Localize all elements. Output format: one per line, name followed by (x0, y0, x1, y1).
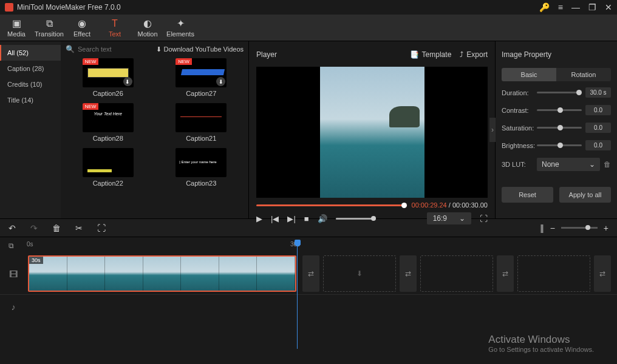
timeline: 🎞 30s ⇄ ⬇ ⇄ ⇄ ⇄ ♪ Activate Windows Go to… (0, 254, 617, 360)
maximize-button[interactable]: ❐ (588, 2, 596, 12)
search-input-wrap[interactable]: 🔍 (66, 45, 151, 53)
transition-drop-2[interactable]: ⇄ (400, 255, 417, 292)
tab-text[interactable]: TText (98, 15, 131, 41)
lut-select[interactable]: None⌄ (537, 158, 600, 171)
download-icon[interactable]: ⬇ (216, 77, 225, 86)
contrast-slider[interactable] (537, 109, 582, 111)
thumb-label: Caption23 (186, 180, 216, 187)
time-total: 00:00:30.00 (452, 201, 488, 209)
saturation-value[interactable]: 0.0 (585, 123, 611, 133)
text-thumb[interactable]: NEW⬇Caption26 (66, 58, 151, 97)
text-browser: All (52) Caption (28) Credits (10) Title… (0, 41, 249, 218)
cat-credits[interactable]: Credits (10) (0, 76, 61, 92)
thumb-label: Caption22 (93, 180, 123, 187)
timeline-ruler[interactable]: ⧉ 0s 30s (0, 237, 617, 254)
next-frame-button[interactable]: ▶| (287, 214, 295, 223)
video-clip[interactable]: 30s (28, 255, 296, 292)
transition-drop-3[interactable]: ⇄ (497, 255, 514, 292)
close-button[interactable]: ✕ (605, 2, 612, 12)
undo-button[interactable]: ↶ (9, 223, 16, 233)
main-toolbar: ▣Media ⧉Transition ◉Effect TText ◐Motion… (0, 15, 617, 41)
snap-icon[interactable]: ‖ (540, 223, 544, 233)
menu-icon[interactable]: ≡ (558, 2, 563, 12)
prop-tab-rotation[interactable]: Rotation (556, 68, 611, 81)
lut-label: 3D LUT: (502, 161, 533, 168)
play-button[interactable]: ▶ (256, 214, 262, 223)
tab-motion[interactable]: ◐Motion (131, 15, 164, 41)
audio-track-icon: ♪ (6, 302, 21, 312)
zoom-out-button[interactable]: − (550, 223, 555, 233)
audio-track[interactable]: ♪ (0, 295, 617, 319)
media-drop-3[interactable] (517, 255, 590, 292)
transition-drop-1[interactable]: ⇄ (302, 255, 319, 292)
export-button[interactable]: ⤴Export (460, 50, 488, 59)
category-sidebar: All (52) Caption (28) Credits (10) Title… (0, 41, 61, 218)
cat-all[interactable]: All (52) (0, 45, 61, 61)
video-track-icon: 🎞 (6, 269, 21, 279)
search-input[interactable] (78, 46, 138, 53)
cat-title[interactable]: Title (14) (0, 92, 61, 108)
cat-caption[interactable]: Caption (28) (0, 61, 61, 76)
download-icon[interactable]: ⬇ (123, 77, 132, 86)
video-preview[interactable] (256, 67, 488, 198)
duration-value[interactable]: 30.0 s (585, 87, 611, 98)
duration-slider[interactable] (537, 92, 582, 93)
prev-frame-button[interactable]: |◀ (271, 214, 279, 223)
export-icon: ⤴ (460, 50, 463, 59)
key-icon[interactable]: 🔑 (539, 2, 550, 12)
preview-panel: › Player 📑Template ⤴Export 00:00:29.24 /… (249, 41, 496, 218)
ruler-tick-0: 0s (27, 241, 33, 248)
thumb-label: Caption21 (186, 135, 216, 142)
windows-watermark: Activate Windows Go to Settings to activ… (488, 334, 594, 353)
template-icon: 📑 (410, 50, 419, 59)
thumb-label: Caption27 (186, 90, 216, 97)
app-logo (5, 3, 13, 12)
brightness-value[interactable]: 0.0 (585, 140, 611, 150)
image-property-panel: Image Property Basic Rotation Duration: … (496, 41, 617, 218)
volume-slider[interactable] (336, 218, 376, 220)
text-thumb[interactable]: Caption21 (159, 103, 244, 142)
tab-transition[interactable]: ⧉Transition (33, 15, 66, 41)
fullscreen-button[interactable]: ⛶ (480, 214, 488, 223)
contrast-value[interactable]: 0.0 (585, 105, 611, 115)
chevron-down-icon: ⌄ (459, 214, 465, 223)
template-button[interactable]: 📑Template (410, 50, 452, 59)
reset-button[interactable]: Reset (502, 187, 553, 203)
text-thumb[interactable]: NEWCaption28 (66, 103, 151, 142)
prop-tab-basic[interactable]: Basic (502, 68, 556, 81)
app-title: MiniTool MovieMaker Free 7.0.0 (17, 3, 539, 12)
aspect-ratio-select[interactable]: 16:9⌄ (427, 212, 471, 224)
delete-button[interactable]: 🗑 (52, 223, 61, 233)
stop-button[interactable]: ■ (304, 214, 309, 223)
brightness-slider[interactable] (537, 144, 582, 146)
media-drop-2[interactable] (420, 255, 493, 292)
volume-icon[interactable]: 🔊 (318, 214, 327, 223)
saturation-slider[interactable] (537, 127, 582, 129)
ruler-tick-30: 30s (290, 241, 300, 248)
tab-elements[interactable]: ✦Elements (164, 15, 197, 41)
expand-right-icon[interactable]: › (489, 118, 496, 142)
track-toggle-icon[interactable]: ⧉ (9, 241, 14, 250)
text-thumb[interactable]: Caption22 (66, 148, 151, 187)
text-thumb[interactable]: Caption23 (159, 148, 244, 187)
duration-label: Duration: (502, 89, 533, 96)
apply-all-button[interactable]: Apply to all (559, 187, 611, 203)
media-drop-1[interactable]: ⬇ (323, 255, 396, 292)
zoom-in-button[interactable]: + (604, 223, 608, 233)
split-button[interactable]: ✂ (75, 223, 83, 233)
thumb-label: Caption28 (93, 135, 123, 142)
redo-button[interactable]: ↷ (30, 223, 38, 233)
tab-effect[interactable]: ◉Effect (66, 15, 98, 41)
download-youtube-link[interactable]: ⬇Download YouTube Videos (156, 46, 244, 53)
video-track[interactable]: 🎞 30s ⇄ ⬇ ⇄ ⇄ ⇄ (0, 254, 617, 295)
zoom-slider[interactable] (561, 227, 598, 229)
playback-progress[interactable] (256, 204, 407, 206)
saturation-label: Saturation: (502, 124, 533, 132)
player-label: Player (256, 50, 277, 59)
tab-media[interactable]: ▣Media (0, 15, 33, 41)
crop-button[interactable]: ⛶ (97, 223, 106, 233)
minimize-button[interactable]: — (571, 2, 580, 12)
transition-drop-4[interactable]: ⇄ (594, 255, 611, 292)
lut-delete-icon[interactable]: 🗑 (604, 160, 611, 169)
text-thumb[interactable]: NEW⬇Caption27 (159, 58, 244, 97)
